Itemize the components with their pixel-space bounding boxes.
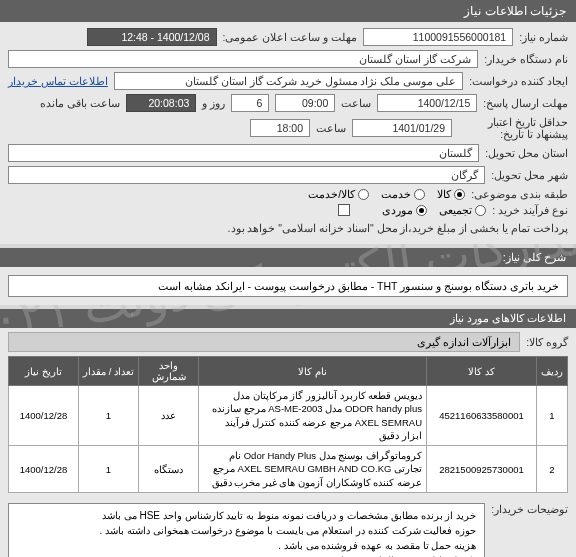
radio-both[interactable]: کالا/خدمت bbox=[308, 188, 369, 200]
need-no-label: شماره نیاز: bbox=[519, 31, 568, 43]
th-name: نام کالا bbox=[199, 357, 427, 386]
class-label: طبقه بندی موضوعی: bbox=[471, 188, 568, 200]
th-qty: تعداد / مقدار bbox=[79, 357, 139, 386]
price-date-field: 1401/01/29 bbox=[352, 119, 452, 137]
radio-kala[interactable]: کالا bbox=[437, 188, 465, 200]
treasury-checkbox[interactable] bbox=[338, 204, 350, 216]
city-label: شهر محل تحویل: bbox=[491, 169, 568, 181]
items-table: ردیف کد کالا نام کالا واحد شمارش تعداد /… bbox=[8, 356, 568, 493]
need-no-field: 1100091556000181 bbox=[363, 28, 513, 46]
province-label: استان محل تحویل: bbox=[485, 147, 568, 159]
class-radio-group: کالا خدمت کالا/خدمت bbox=[308, 188, 465, 200]
group-label: گروه کالا: bbox=[526, 336, 568, 348]
table-row: 1 4521160633580001 دیویس قطعه کاربرد آنا… bbox=[9, 386, 568, 446]
province-field: گلستان bbox=[8, 144, 479, 162]
panel-header: جزئیات اطلاعات نیاز bbox=[0, 0, 576, 22]
th-code: کد کالا bbox=[427, 357, 537, 386]
announce-field: 1400/12/08 - 12:48 bbox=[87, 28, 217, 46]
time-label-2: ساعت bbox=[316, 122, 346, 134]
city-field: گرگان bbox=[8, 166, 485, 184]
requester-label: ایجاد کننده درخواست: bbox=[469, 75, 568, 87]
price-deadline-label: حداقل تاریخ اعتبار پیشنهاد تا تاریخ: bbox=[458, 116, 568, 140]
remain-label: ساعت باقی مانده bbox=[40, 97, 120, 109]
th-idx: ردیف bbox=[537, 357, 568, 386]
announce-label: مهلت و ساعت اعلان عمومی: bbox=[223, 31, 358, 43]
th-date: تاریخ نیاز bbox=[9, 357, 79, 386]
radio-dot-icon bbox=[454, 189, 465, 200]
buytype-radio-group: تجمیعی موردی bbox=[382, 204, 486, 216]
requester-field: علی موسی ملک نژاد مسئول خرید شرکت گاز اس… bbox=[114, 72, 463, 90]
radio-empty-icon bbox=[475, 205, 486, 216]
deadline-date-field: 1400/12/15 bbox=[377, 94, 477, 112]
time-label-1: ساعت bbox=[341, 97, 371, 109]
radio-tajmi[interactable]: تجمیعی bbox=[439, 204, 486, 216]
day-label: روز و bbox=[202, 97, 225, 109]
buyer-org-label: نام دستگاه خریدار: bbox=[484, 53, 568, 65]
items-heading-bar: اطلاعات کالاهای مورد نیاز bbox=[0, 309, 576, 328]
group-value: ابزارآلات اندازه گیری bbox=[8, 332, 520, 352]
radio-khadamat[interactable]: خدمت bbox=[381, 188, 425, 200]
contact-link[interactable]: اطلاعات تماس خریدار bbox=[8, 75, 108, 87]
need-title-bar: شرح کلی نیاز: bbox=[0, 248, 576, 267]
days-field: 6 bbox=[231, 94, 269, 112]
deadline-time-field: 09:00 bbox=[275, 94, 335, 112]
radio-empty-icon bbox=[358, 189, 369, 200]
radio-dot-icon bbox=[416, 205, 427, 216]
checkbox-label: پرداخت تمام یا بخشی از مبلغ خرید،از محل … bbox=[228, 222, 568, 234]
radio-moredi[interactable]: موردی bbox=[382, 204, 427, 216]
table-row: 2 2821500925730001 کروماتوگراف بوسنج مدل… bbox=[9, 446, 568, 493]
radio-empty-icon bbox=[414, 189, 425, 200]
buyer-org-field: شرکت گاز استان گلستان bbox=[8, 50, 478, 68]
price-time-field: 18:00 bbox=[250, 119, 310, 137]
remain-time-field: 20:08:03 bbox=[126, 94, 196, 112]
need-title-box: خرید باتری دستگاه بوسنج و سنسور THT - مط… bbox=[8, 275, 568, 297]
table-header-row: ردیف کد کالا نام کالا واحد شمارش تعداد /… bbox=[9, 357, 568, 386]
notes-label: توضیحات خریدار: bbox=[491, 499, 568, 515]
buyer-notes: خرید از برنده مطابق مشخصات و دریافت نمون… bbox=[8, 503, 485, 557]
send-deadline-label: مهلت ارسال پاسخ: bbox=[483, 97, 568, 109]
th-unit: واحد شمارش bbox=[139, 357, 199, 386]
buytype-label: نوع فرآیند خرید : bbox=[492, 204, 568, 216]
panel-title: جزئیات اطلاعات نیاز bbox=[464, 4, 566, 18]
